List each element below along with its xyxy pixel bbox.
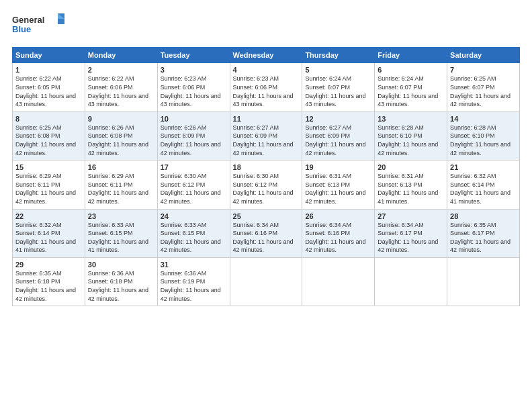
calendar-cell bbox=[230, 257, 302, 306]
day-content: Sunrise: 6:30 AMSunset: 6:12 PMDaylight:… bbox=[161, 172, 227, 205]
calendar-cell: 11Sunrise: 6:27 AMSunset: 6:09 PMDayligh… bbox=[230, 111, 302, 160]
day-number: 12 bbox=[305, 115, 371, 123]
calendar-cell: 17Sunrise: 6:30 AMSunset: 6:12 PMDayligh… bbox=[157, 161, 230, 209]
day-number: 23 bbox=[88, 212, 154, 220]
day-number: 3 bbox=[161, 66, 227, 74]
calendar-cell: 7Sunrise: 6:25 AMSunset: 6:07 PMDaylight… bbox=[447, 63, 520, 111]
calendar-cell bbox=[447, 257, 520, 306]
calendar-cell bbox=[302, 257, 375, 306]
header: General Blue bbox=[12, 12, 520, 40]
calendar-cell: 18Sunrise: 6:30 AMSunset: 6:12 PMDayligh… bbox=[230, 161, 302, 209]
calendar-cell: 30Sunrise: 6:36 AMSunset: 6:18 PMDayligh… bbox=[85, 257, 157, 306]
day-number: 6 bbox=[378, 66, 444, 74]
day-number: 22 bbox=[15, 212, 82, 220]
day-content: Sunrise: 6:36 AMSunset: 6:18 PMDaylight:… bbox=[88, 269, 154, 303]
day-number: 9 bbox=[88, 115, 154, 123]
calendar-cell: 2Sunrise: 6:22 AMSunset: 6:06 PMDaylight… bbox=[85, 63, 157, 111]
calendar-cell: 23Sunrise: 6:33 AMSunset: 6:15 PMDayligh… bbox=[85, 209, 157, 257]
calendar-week-row: 15Sunrise: 6:29 AMSunset: 6:11 PMDayligh… bbox=[13, 161, 520, 209]
day-number: 26 bbox=[305, 212, 371, 220]
day-content: Sunrise: 6:29 AMSunset: 6:11 PMDaylight:… bbox=[15, 172, 82, 205]
day-content: Sunrise: 6:24 AMSunset: 6:07 PMDaylight:… bbox=[378, 75, 444, 108]
logo: General Blue bbox=[12, 12, 66, 40]
day-content: Sunrise: 6:34 AMSunset: 6:16 PMDaylight:… bbox=[233, 221, 300, 255]
day-content: Sunrise: 6:27 AMSunset: 6:09 PMDaylight:… bbox=[305, 124, 371, 157]
calendar-cell: 26Sunrise: 6:34 AMSunset: 6:16 PMDayligh… bbox=[302, 209, 375, 257]
logo-svg: General Blue bbox=[12, 12, 66, 38]
day-number: 13 bbox=[378, 115, 444, 123]
calendar-cell: 3Sunrise: 6:23 AMSunset: 6:06 PMDaylight… bbox=[157, 63, 230, 111]
svg-text:Blue: Blue bbox=[12, 24, 31, 34]
day-content: Sunrise: 6:30 AMSunset: 6:12 PMDaylight:… bbox=[233, 172, 300, 205]
day-number: 20 bbox=[378, 163, 444, 171]
day-content: Sunrise: 6:26 AMSunset: 6:08 PMDaylight:… bbox=[88, 124, 154, 157]
calendar-cell: 21Sunrise: 6:32 AMSunset: 6:14 PMDayligh… bbox=[447, 161, 520, 209]
calendar-cell: 25Sunrise: 6:34 AMSunset: 6:16 PMDayligh… bbox=[230, 209, 302, 257]
day-number: 18 bbox=[233, 163, 300, 171]
day-number: 4 bbox=[233, 66, 300, 74]
day-content: Sunrise: 6:31 AMSunset: 6:13 PMDaylight:… bbox=[378, 172, 444, 205]
day-content: Sunrise: 6:34 AMSunset: 6:17 PMDaylight:… bbox=[378, 221, 444, 255]
calendar-cell: 5Sunrise: 6:24 AMSunset: 6:07 PMDaylight… bbox=[302, 63, 375, 111]
day-number: 19 bbox=[305, 163, 371, 171]
calendar-cell: 27Sunrise: 6:34 AMSunset: 6:17 PMDayligh… bbox=[375, 209, 447, 257]
calendar-week-row: 29Sunrise: 6:35 AMSunset: 6:18 PMDayligh… bbox=[13, 257, 520, 306]
day-number: 11 bbox=[233, 115, 300, 123]
calendar-week-row: 1Sunrise: 6:22 AMSunset: 6:05 PMDaylight… bbox=[13, 63, 520, 111]
day-content: Sunrise: 6:25 AMSunset: 6:07 PMDaylight:… bbox=[450, 75, 517, 108]
day-number: 14 bbox=[450, 115, 517, 123]
day-content: Sunrise: 6:23 AMSunset: 6:06 PMDaylight:… bbox=[161, 75, 227, 108]
calendar-week-row: 8Sunrise: 6:25 AMSunset: 6:08 PMDaylight… bbox=[13, 111, 520, 160]
logo-text: General Blue bbox=[12, 12, 66, 40]
calendar-cell: 29Sunrise: 6:35 AMSunset: 6:18 PMDayligh… bbox=[13, 257, 85, 306]
calendar-cell: 12Sunrise: 6:27 AMSunset: 6:09 PMDayligh… bbox=[302, 111, 375, 160]
calendar-cell: 15Sunrise: 6:29 AMSunset: 6:11 PMDayligh… bbox=[13, 161, 85, 209]
calendar-cell: 16Sunrise: 6:29 AMSunset: 6:11 PMDayligh… bbox=[85, 161, 157, 209]
day-number: 2 bbox=[88, 66, 154, 74]
day-content: Sunrise: 6:35 AMSunset: 6:17 PMDaylight:… bbox=[450, 221, 517, 255]
calendar-cell: 13Sunrise: 6:28 AMSunset: 6:10 PMDayligh… bbox=[375, 111, 447, 160]
day-number: 15 bbox=[15, 163, 82, 171]
day-content: Sunrise: 6:33 AMSunset: 6:15 PMDaylight:… bbox=[88, 221, 154, 255]
calendar-header-row: SundayMondayTuesdayWednesdayThursdayFrid… bbox=[13, 48, 520, 63]
calendar-cell: 14Sunrise: 6:28 AMSunset: 6:10 PMDayligh… bbox=[447, 111, 520, 160]
calendar-day-header: Wednesday bbox=[230, 48, 302, 63]
day-number: 28 bbox=[450, 212, 517, 220]
day-number: 31 bbox=[161, 261, 227, 269]
day-number: 10 bbox=[161, 115, 227, 123]
day-number: 17 bbox=[161, 163, 227, 171]
day-content: Sunrise: 6:29 AMSunset: 6:11 PMDaylight:… bbox=[88, 172, 154, 205]
day-number: 7 bbox=[450, 66, 517, 74]
day-number: 30 bbox=[88, 261, 154, 269]
day-content: Sunrise: 6:34 AMSunset: 6:16 PMDaylight:… bbox=[305, 221, 371, 255]
day-number: 8 bbox=[15, 115, 82, 123]
calendar-cell: 22Sunrise: 6:32 AMSunset: 6:14 PMDayligh… bbox=[13, 209, 85, 257]
day-content: Sunrise: 6:32 AMSunset: 6:14 PMDaylight:… bbox=[450, 172, 517, 205]
day-content: Sunrise: 6:25 AMSunset: 6:08 PMDaylight:… bbox=[15, 124, 82, 157]
day-number: 27 bbox=[378, 212, 444, 220]
calendar-day-header: Friday bbox=[375, 48, 447, 63]
page: General Blue SundayMondayTuesdayWednesda… bbox=[0, 0, 532, 411]
calendar-cell: 8Sunrise: 6:25 AMSunset: 6:08 PMDaylight… bbox=[13, 111, 85, 160]
day-content: Sunrise: 6:23 AMSunset: 6:06 PMDaylight:… bbox=[233, 75, 300, 108]
day-content: Sunrise: 6:32 AMSunset: 6:14 PMDaylight:… bbox=[15, 221, 82, 255]
calendar-cell: 28Sunrise: 6:35 AMSunset: 6:17 PMDayligh… bbox=[447, 209, 520, 257]
day-content: Sunrise: 6:22 AMSunset: 6:06 PMDaylight:… bbox=[88, 75, 154, 108]
day-number: 1 bbox=[15, 66, 82, 74]
calendar-cell: 20Sunrise: 6:31 AMSunset: 6:13 PMDayligh… bbox=[375, 161, 447, 209]
calendar-day-header: Saturday bbox=[447, 48, 520, 63]
calendar-cell: 19Sunrise: 6:31 AMSunset: 6:13 PMDayligh… bbox=[302, 161, 375, 209]
day-number: 5 bbox=[305, 66, 371, 74]
svg-text:General: General bbox=[12, 15, 44, 25]
day-content: Sunrise: 6:33 AMSunset: 6:15 PMDaylight:… bbox=[161, 221, 227, 255]
day-content: Sunrise: 6:35 AMSunset: 6:18 PMDaylight:… bbox=[15, 269, 82, 303]
day-content: Sunrise: 6:27 AMSunset: 6:09 PMDaylight:… bbox=[233, 124, 300, 157]
day-number: 21 bbox=[450, 163, 517, 171]
day-number: 25 bbox=[233, 212, 300, 220]
calendar-table: SundayMondayTuesdayWednesdayThursdayFrid… bbox=[12, 47, 520, 306]
day-number: 29 bbox=[15, 261, 82, 269]
calendar-cell: 1Sunrise: 6:22 AMSunset: 6:05 PMDaylight… bbox=[13, 63, 85, 111]
calendar-cell: 10Sunrise: 6:26 AMSunset: 6:09 PMDayligh… bbox=[157, 111, 230, 160]
calendar-day-header: Monday bbox=[85, 48, 157, 63]
day-content: Sunrise: 6:26 AMSunset: 6:09 PMDaylight:… bbox=[161, 124, 227, 157]
